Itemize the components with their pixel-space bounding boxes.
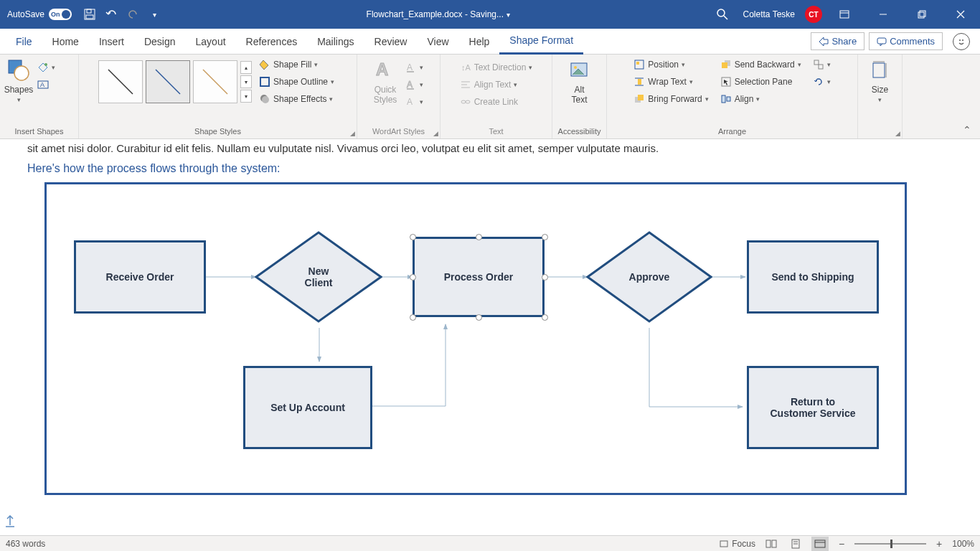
node-approve[interactable]: Approve — [586, 231, 712, 323]
tab-shape-format[interactable]: Shape Format — [499, 29, 583, 55]
node-process-order[interactable]: Process Order — [413, 237, 545, 317]
tab-home[interactable]: Home — [42, 29, 89, 55]
tab-help[interactable]: Help — [459, 29, 500, 55]
text-outline-button: A▾ — [402, 77, 426, 92]
word-count[interactable]: 463 words — [6, 539, 45, 549]
size-launcher[interactable]: ◢ — [895, 130, 900, 137]
zoom-percent[interactable]: 100% — [952, 539, 974, 549]
user-name[interactable]: Coletta Teske — [739, 9, 800, 19]
gallery-down-button[interactable]: ▾ — [240, 75, 252, 88]
close-button[interactable] — [944, 0, 977, 29]
alt-text-button[interactable]: Alt Text — [565, 57, 594, 105]
feedback-icon[interactable] — [953, 33, 970, 50]
svg-point-37 — [466, 100, 470, 103]
share-button[interactable]: Share — [811, 32, 864, 50]
node-new-client[interactable]: New Client — [255, 231, 382, 323]
node-send-shipping[interactable]: Send to Shipping — [747, 240, 879, 314]
tab-view[interactable]: View — [417, 29, 458, 55]
user-avatar[interactable]: CT — [805, 6, 822, 23]
selection-handle-mr[interactable] — [542, 274, 548, 281]
collapse-ribbon-icon[interactable]: ⌃ — [963, 124, 971, 136]
style-gallery[interactable]: ▴ ▾ ▾ — [98, 60, 252, 103]
selection-handle-br[interactable] — [542, 314, 548, 321]
selection-handle-tc[interactable] — [476, 234, 482, 240]
selection-pane-button[interactable]: Selection Pane — [717, 75, 804, 89]
node-new-client-label: New Client — [305, 265, 333, 288]
position-icon — [633, 59, 645, 70]
align-button[interactable]: Align ▾ — [717, 92, 804, 106]
selection-handle-tl[interactable] — [410, 234, 416, 240]
svg-rect-48 — [722, 62, 727, 68]
share-icon — [819, 37, 829, 47]
zoom-out-button[interactable]: − — [836, 538, 847, 550]
tab-review[interactable]: Review — [364, 29, 418, 55]
bring-forward-button[interactable]: Bring Forward ▾ — [631, 92, 711, 106]
tab-mailings[interactable]: Mailings — [307, 29, 364, 55]
svg-point-14 — [962, 39, 963, 41]
undo-button[interactable] — [100, 0, 122, 29]
shape-fill-button[interactable]: Shape Fill ▾ — [256, 57, 337, 72]
redo-button[interactable] — [122, 0, 143, 29]
node-setup-account[interactable]: Set Up Account — [243, 366, 372, 449]
position-button[interactable]: Position ▾ — [631, 57, 711, 72]
selection-handle-ml[interactable] — [410, 274, 416, 281]
node-receive-label: Receive Order — [106, 271, 174, 283]
cursor-indicator-icon — [4, 515, 16, 528]
shape-effects-button[interactable]: Shape Effects ▾ — [256, 92, 337, 106]
tab-insert[interactable]: Insert — [89, 29, 134, 55]
group-button[interactable]: ▾ — [810, 57, 834, 72]
create-link-button: Create Link — [457, 95, 521, 109]
document-area[interactable]: sit amet nisi dolor. Curabitur id elit f… — [0, 139, 980, 540]
selection-handle-bc[interactable] — [476, 314, 482, 321]
minimize-button[interactable] — [867, 0, 900, 29]
status-bar: 463 words Focus − + 100% — [0, 535, 980, 551]
qat-dropdown[interactable]: ▾ — [143, 0, 165, 29]
node-approve-label: Approve — [629, 271, 670, 283]
save-icon[interactable] — [79, 0, 100, 29]
style-thumb-2[interactable] — [146, 60, 190, 103]
text-fill-button: A▾ — [402, 60, 426, 75]
web-layout-button[interactable] — [811, 537, 829, 551]
autosave-toggle[interactable]: On — [49, 9, 72, 20]
svg-point-13 — [959, 39, 961, 41]
focus-button[interactable]: Focus — [719, 539, 755, 549]
zoom-slider[interactable] — [854, 543, 926, 545]
tab-file[interactable]: File — [6, 29, 42, 55]
edit-shape-button[interactable]: ▾ — [34, 60, 58, 75]
shape-outline-button[interactable]: Shape Outline ▾ — [256, 75, 337, 89]
size-button[interactable]: Size ▾ — [866, 57, 895, 103]
ribbon-display-button[interactable] — [828, 0, 861, 29]
node-return-cs[interactable]: Return to Customer Service — [747, 366, 879, 449]
rotate-icon — [813, 76, 824, 88]
shape-styles-launcher[interactable]: ◢ — [350, 130, 355, 137]
maximize-button[interactable] — [905, 0, 938, 29]
gallery-more-button[interactable]: ▾ — [240, 90, 252, 103]
tab-design[interactable]: Design — [134, 29, 186, 55]
node-receive-order[interactable]: Receive Order — [74, 240, 206, 314]
read-mode-button[interactable] — [763, 537, 780, 551]
comments-button[interactable]: Comments — [869, 32, 943, 50]
node-setup-label: Set Up Account — [270, 402, 345, 413]
forward-icon — [633, 93, 645, 105]
selection-handle-bl[interactable] — [410, 314, 416, 321]
tab-layout[interactable]: Layout — [186, 29, 236, 55]
tab-references[interactable]: References — [236, 29, 308, 55]
send-backward-button[interactable]: Send Backward ▾ — [717, 57, 804, 72]
wrap-text-button[interactable]: Wrap Text ▾ — [631, 75, 711, 89]
text-box-button[interactable]: A — [34, 77, 58, 92]
zoom-in-button[interactable]: + — [933, 538, 945, 550]
zoom-thumb[interactable] — [890, 540, 892, 548]
shapes-button[interactable]: Shapes ▾ — [4, 57, 33, 103]
svg-rect-46 — [638, 95, 644, 100]
gallery-up-button[interactable]: ▴ — [240, 61, 252, 74]
style-thumb-1[interactable] — [98, 60, 143, 103]
selection-handle-tr[interactable] — [542, 234, 548, 240]
title-bar: AutoSave On ▾ Flowchart_Example.docx - S… — [0, 0, 980, 29]
search-icon[interactable] — [712, 0, 733, 29]
rotate-button[interactable]: ▾ — [810, 75, 834, 89]
drawing-canvas[interactable]: Receive Order New Client Process Order A… — [44, 182, 907, 495]
svg-rect-42 — [638, 79, 641, 85]
style-thumb-3[interactable] — [193, 60, 237, 103]
print-layout-button[interactable] — [787, 537, 804, 551]
svg-point-16 — [14, 66, 29, 80]
